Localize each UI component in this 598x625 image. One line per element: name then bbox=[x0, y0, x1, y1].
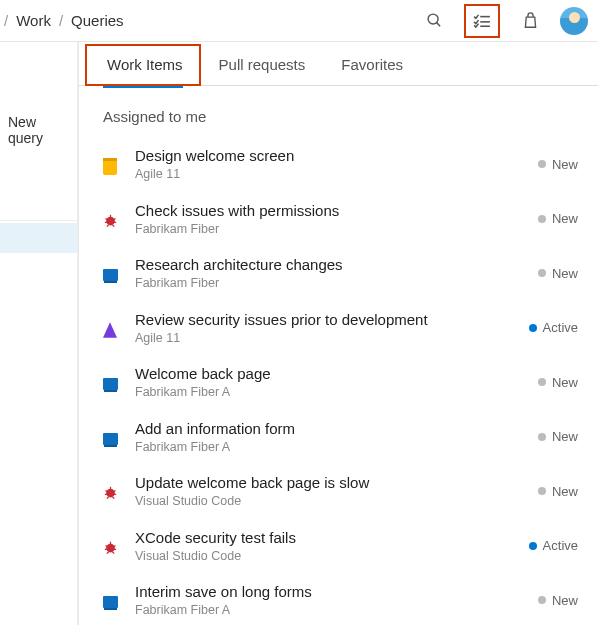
work-item-type-icon bbox=[99, 154, 121, 175]
work-item-status: New bbox=[522, 593, 578, 608]
work-item-type-icon bbox=[99, 374, 121, 390]
work-item-row[interactable]: Check issues with permissionsFabrikam Fi… bbox=[79, 194, 598, 249]
feature-icon bbox=[103, 433, 118, 445]
avatar[interactable] bbox=[560, 7, 588, 35]
search-icon[interactable] bbox=[418, 5, 450, 37]
svg-point-6 bbox=[106, 489, 115, 498]
work-item-row[interactable]: Interim save on long formsFabrikam Fiber… bbox=[79, 575, 598, 625]
breadcrumb-sep-icon: / bbox=[59, 12, 63, 29]
status-label: New bbox=[552, 593, 578, 608]
work-item-project: Fabrikam Fiber bbox=[135, 221, 508, 239]
work-item-status: New bbox=[522, 211, 578, 226]
work-item-row[interactable]: Update welcome back page is slowVisual S… bbox=[79, 466, 598, 521]
status-label: Active bbox=[543, 320, 578, 335]
epic-icon bbox=[103, 158, 117, 175]
svg-point-0 bbox=[428, 14, 438, 24]
work-item-title: Add an information form bbox=[135, 418, 508, 439]
work-item-row[interactable]: Design welcome screenAgile 11New bbox=[79, 139, 598, 194]
svg-line-1 bbox=[436, 23, 440, 27]
status-dot-icon bbox=[538, 269, 546, 277]
breadcrumb-queries[interactable]: Queries bbox=[71, 12, 124, 29]
work-item-status: Active bbox=[522, 320, 578, 335]
status-label: New bbox=[552, 266, 578, 281]
work-item-row[interactable]: Add an information formFabrikam Fiber AN… bbox=[79, 412, 598, 467]
work-item-title: XCode security test fails bbox=[135, 527, 508, 548]
work-item-project: Agile 11 bbox=[135, 166, 508, 184]
feature-icon bbox=[103, 378, 118, 390]
work-item-type-icon bbox=[99, 318, 121, 338]
work-item-status: Active bbox=[522, 538, 578, 553]
status-label: New bbox=[552, 211, 578, 226]
work-item-project: Fabrikam Fiber bbox=[135, 275, 508, 293]
work-item-text: Add an information formFabrikam Fiber A bbox=[135, 418, 508, 457]
work-item-status: New bbox=[522, 429, 578, 444]
breadcrumb: / Work / Queries bbox=[4, 12, 124, 29]
work-item-type-icon bbox=[99, 209, 121, 229]
feature-icon bbox=[103, 269, 118, 281]
work-items-list[interactable]: Assigned to me Design welcome screenAgil… bbox=[79, 86, 598, 625]
work-item-text: Review security issues prior to developm… bbox=[135, 309, 508, 348]
status-label: New bbox=[552, 429, 578, 444]
work-item-status: New bbox=[522, 157, 578, 172]
bug-icon bbox=[102, 540, 118, 556]
status-dot-icon bbox=[538, 487, 546, 495]
left-panel-selected-row[interactable] bbox=[0, 223, 77, 253]
work-item-title: Review security issues prior to developm… bbox=[135, 309, 508, 330]
work-item-type-icon bbox=[99, 481, 121, 501]
work-item-project: Fabrikam Fiber A bbox=[135, 384, 508, 402]
breadcrumb-work[interactable]: Work bbox=[16, 12, 51, 29]
work-items-flyout-button[interactable] bbox=[464, 4, 500, 38]
panel-tabs: Work Items Pull requests Favorites bbox=[79, 42, 598, 86]
work-item-title: Research architecture changes bbox=[135, 254, 508, 275]
work-item-text: XCode security test failsVisual Studio C… bbox=[135, 527, 508, 566]
work-item-type-icon bbox=[99, 536, 121, 556]
status-dot-icon bbox=[529, 542, 537, 550]
work-item-text: Update welcome back page is slowVisual S… bbox=[135, 472, 508, 511]
status-dot-icon bbox=[529, 324, 537, 332]
feature-icon bbox=[103, 596, 118, 608]
tab-work-items[interactable]: Work Items bbox=[89, 42, 201, 85]
work-item-row[interactable]: Review security issues prior to developm… bbox=[79, 303, 598, 358]
work-item-title: Welcome back page bbox=[135, 363, 508, 384]
group-header-assigned-to-me: Assigned to me bbox=[79, 86, 598, 139]
work-item-title: Design welcome screen bbox=[135, 145, 508, 166]
status-dot-icon bbox=[538, 433, 546, 441]
status-label: Active bbox=[543, 538, 578, 553]
left-panel-divider bbox=[0, 220, 77, 221]
bug-icon bbox=[102, 485, 118, 501]
work-item-status: New bbox=[522, 484, 578, 499]
new-query-button[interactable]: New query bbox=[0, 84, 77, 160]
work-item-project: Fabrikam Fiber A bbox=[135, 439, 508, 457]
work-items-panel: Work Items Pull requests Favorites Assig… bbox=[78, 42, 598, 625]
issue-icon bbox=[102, 322, 118, 338]
work-item-project: Fabrikam Fiber A bbox=[135, 602, 508, 620]
svg-point-5 bbox=[106, 216, 115, 225]
work-item-row[interactable]: XCode security test failsVisual Studio C… bbox=[79, 521, 598, 576]
work-item-text: Interim save on long formsFabrikam Fiber… bbox=[135, 581, 508, 620]
work-item-title: Check issues with permissions bbox=[135, 200, 508, 221]
status-label: New bbox=[552, 375, 578, 390]
tab-pull-requests[interactable]: Pull requests bbox=[201, 42, 324, 85]
status-label: New bbox=[552, 484, 578, 499]
tab-favorites[interactable]: Favorites bbox=[323, 42, 421, 85]
status-label: New bbox=[552, 157, 578, 172]
work-item-title: Interim save on long forms bbox=[135, 581, 508, 602]
work-item-text: Check issues with permissionsFabrikam Fi… bbox=[135, 200, 508, 239]
work-item-project: Agile 11 bbox=[135, 330, 508, 348]
work-item-row[interactable]: Welcome back pageFabrikam Fiber ANew bbox=[79, 357, 598, 412]
work-item-type-icon bbox=[99, 592, 121, 608]
status-dot-icon bbox=[538, 378, 546, 386]
breadcrumb-sep-icon: / bbox=[4, 12, 8, 29]
work-item-project: Visual Studio Code bbox=[135, 548, 508, 566]
work-item-row[interactable]: Research architecture changesFabrikam Fi… bbox=[79, 248, 598, 303]
marketplace-icon[interactable] bbox=[514, 5, 546, 37]
work-item-title: Update welcome back page is slow bbox=[135, 472, 508, 493]
status-dot-icon bbox=[538, 596, 546, 604]
work-item-text: Research architecture changesFabrikam Fi… bbox=[135, 254, 508, 293]
work-item-status: New bbox=[522, 266, 578, 281]
bug-icon bbox=[102, 213, 118, 229]
top-bar: / Work / Queries bbox=[0, 0, 598, 42]
top-toolbar bbox=[418, 4, 588, 38]
status-dot-icon bbox=[538, 160, 546, 168]
left-panel: New query bbox=[0, 42, 78, 625]
